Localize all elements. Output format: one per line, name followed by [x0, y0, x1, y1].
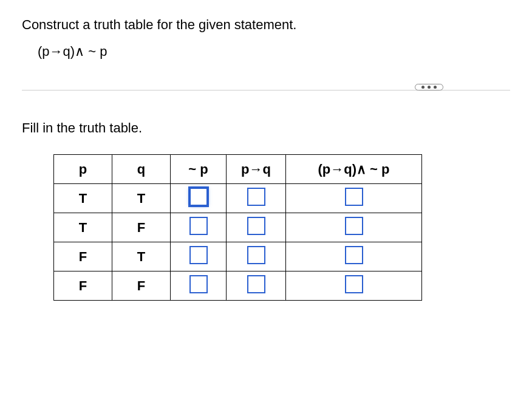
answer-input[interactable] — [189, 217, 208, 235]
cell-q: F — [112, 271, 171, 301]
cell-not-p — [171, 213, 227, 242]
cell-final — [286, 242, 422, 271]
dots-icon — [421, 86, 425, 89]
cell-implies — [227, 184, 286, 213]
answer-input[interactable] — [345, 188, 363, 206]
answer-input[interactable] — [345, 275, 363, 293]
cell-p: F — [54, 271, 112, 301]
cell-q: T — [112, 242, 171, 271]
cell-implies — [227, 271, 286, 301]
cell-implies — [227, 213, 286, 242]
answer-input[interactable] — [247, 188, 265, 206]
table-row: F F — [54, 271, 422, 301]
divider — [22, 90, 510, 91]
answer-input[interactable] — [189, 275, 208, 293]
table-header-row: p q ~ p p→q (p→q)∧ ~ p — [54, 155, 422, 184]
cell-not-p — [171, 271, 227, 301]
answer-input[interactable] — [189, 246, 208, 264]
cell-final — [286, 184, 422, 213]
header-not-p: ~ p — [171, 155, 227, 184]
answer-input[interactable] — [247, 246, 265, 264]
answer-input[interactable] — [247, 217, 265, 235]
question-text: Construct a truth table for the given st… — [22, 17, 510, 33]
cell-q: F — [112, 213, 171, 242]
cell-final — [286, 271, 422, 301]
instruction-text: Fill in the truth table. — [22, 120, 510, 136]
cell-not-p — [171, 242, 227, 271]
cell-final — [286, 213, 422, 242]
answer-input[interactable] — [247, 275, 265, 293]
truth-table: p q ~ p p→q (p→q)∧ ~ p T T T F F T — [53, 154, 422, 301]
more-options-button[interactable] — [415, 84, 443, 90]
answer-input[interactable] — [345, 217, 363, 235]
header-final: (p→q)∧ ~ p — [286, 155, 422, 184]
header-p: p — [54, 155, 112, 184]
cell-p: F — [54, 242, 112, 271]
header-implies: p→q — [227, 155, 286, 184]
answer-input[interactable] — [345, 246, 363, 264]
table-row: T F — [54, 213, 422, 242]
cell-p: T — [54, 213, 112, 242]
table-row: F T — [54, 242, 422, 271]
cell-p: T — [54, 184, 112, 213]
cell-implies — [227, 242, 286, 271]
dots-icon — [434, 86, 437, 89]
cell-q: T — [112, 184, 171, 213]
statement-expression: (p→q)∧ ~ p — [38, 44, 510, 60]
header-q: q — [112, 155, 171, 184]
table-row: T T — [54, 184, 422, 213]
cell-not-p — [171, 184, 227, 213]
answer-input[interactable] — [189, 188, 208, 206]
dots-icon — [428, 86, 431, 89]
